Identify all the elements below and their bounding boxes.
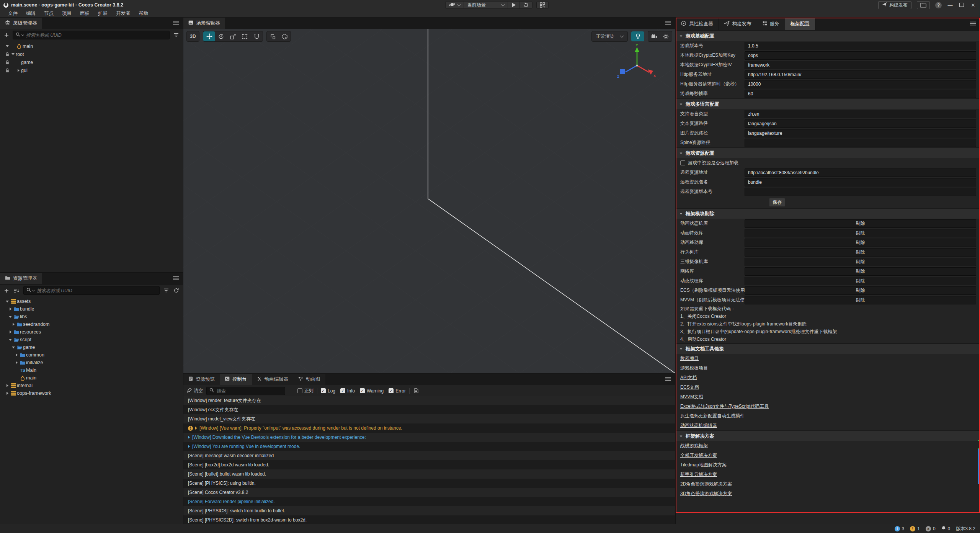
regex-checkbox[interactable]: 正则 xyxy=(297,387,314,394)
filter-warning[interactable]: ✓Warning xyxy=(360,388,384,394)
menu-item-6[interactable]: 开发者 xyxy=(112,10,135,17)
log-expand-arrow[interactable] xyxy=(188,444,190,449)
lighting-toggle-button[interactable] xyxy=(631,31,644,41)
assets-search-input[interactable] xyxy=(36,288,157,294)
section-header-2[interactable]: 游戏资源配置 xyxy=(676,147,980,158)
log-row-4[interactable]: [Window] Download the Vue Devtools exten… xyxy=(183,433,675,442)
filter-error[interactable]: ✓Error xyxy=(389,388,406,394)
expand-arrow[interactable] xyxy=(8,330,13,334)
menu-item-3[interactable]: 项目 xyxy=(58,10,76,17)
asset-node-initialize[interactable]: initialize xyxy=(0,359,183,366)
remove-module-button[interactable]: 剔除 xyxy=(745,239,976,247)
remove-module-button[interactable]: 剔除 xyxy=(745,229,976,237)
inspector-scrollbar[interactable] xyxy=(978,440,980,484)
asset-node-internal[interactable]: internal xyxy=(0,382,183,389)
remove-module-button[interactable]: 剔除 xyxy=(745,258,976,266)
remote-load-checkbox[interactable] xyxy=(680,160,685,165)
gizmo-settings-button[interactable] xyxy=(660,31,672,41)
hierarchy-panel-menu-button[interactable] xyxy=(169,18,183,29)
status-info-counter[interactable]: i 3 xyxy=(895,526,905,531)
asset-node-resources[interactable]: resources xyxy=(0,328,183,336)
inspector-panel-menu-button[interactable] xyxy=(966,18,980,30)
hierarchy-filter-button[interactable] xyxy=(172,32,180,38)
expand-arrow[interactable] xyxy=(4,45,10,47)
text-input[interactable]: 10000 xyxy=(745,80,976,88)
doc-link[interactable]: 战棋游戏框架 xyxy=(676,441,980,451)
asset-node-bundle[interactable]: bundle xyxy=(0,305,183,313)
remove-module-button[interactable]: 剔除 xyxy=(745,296,976,304)
asset-node-Main[interactable]: TSMain xyxy=(0,366,183,374)
move-tool-button[interactable] xyxy=(203,31,215,41)
menu-item-1[interactable]: 编辑 xyxy=(22,10,40,17)
expand-arrow[interactable] xyxy=(14,361,19,364)
inspector-tab-0[interactable]: 属性检查器 xyxy=(676,18,719,30)
log-expand-arrow[interactable] xyxy=(188,435,190,440)
console-tab-2[interactable]: 动画编辑器 xyxy=(252,374,294,385)
expand-arrow[interactable] xyxy=(14,353,19,356)
tree-node-main[interactable]: main xyxy=(0,42,183,50)
text-input[interactable] xyxy=(745,139,976,147)
rotate-tool-button[interactable] xyxy=(215,31,227,41)
console-clear-button[interactable]: 清空 xyxy=(187,387,203,394)
scene-select-dropdown[interactable]: 当前场景 xyxy=(464,2,508,8)
preview-qr-button[interactable] xyxy=(536,1,549,9)
tree-node-game[interactable]: game xyxy=(0,58,183,66)
assets-filter-button[interactable] xyxy=(162,288,170,293)
filter-checkbox[interactable]: ✓ xyxy=(340,388,345,393)
expand-arrow[interactable] xyxy=(5,392,10,395)
doc-link[interactable]: MVVM文档 xyxy=(676,392,980,402)
regex-checkbox-box[interactable] xyxy=(297,388,302,393)
scene-viewport[interactable]: 3D 正常渲染 xyxy=(183,29,675,373)
asset-node-main[interactable]: main xyxy=(0,374,183,382)
expand-arrow[interactable] xyxy=(11,323,16,326)
mode-3d-button[interactable]: 3D xyxy=(186,31,199,42)
assets-panel-menu-button[interactable] xyxy=(169,273,183,284)
log-row-13[interactable]: [Scene] [PHYSICS2D]: switch from box2d-w… xyxy=(183,515,675,524)
axis-gizmo[interactable]: Y X Z xyxy=(617,43,657,85)
remove-module-button[interactable]: 剔除 xyxy=(745,267,976,276)
rect-tool-button[interactable] xyxy=(239,31,251,41)
doc-link[interactable]: 游戏模板项目 xyxy=(676,363,980,373)
asset-node-oops-framework[interactable]: oops-framework xyxy=(0,389,183,397)
console-tab-3[interactable]: 动画图 xyxy=(293,374,325,385)
asset-node-libs[interactable]: libs xyxy=(0,313,183,320)
scene-panel-tab[interactable]: 场景编辑器 xyxy=(183,18,225,29)
doc-link[interactable]: 2D角色扮演游戏解决方案 xyxy=(676,479,980,489)
close-button[interactable]: ✕ xyxy=(970,2,976,8)
log-row-9[interactable]: [Scene] [PHYSICS]: using builtin. xyxy=(183,479,675,488)
menu-item-7[interactable]: 帮助 xyxy=(135,10,153,17)
remove-module-button[interactable]: 剔除 xyxy=(745,219,976,228)
asset-node-game[interactable]: game xyxy=(0,343,183,351)
text-input[interactable]: 1.0.5 xyxy=(745,42,976,50)
doc-link[interactable]: API文档 xyxy=(676,373,980,383)
text-input[interactable]: 60 xyxy=(745,90,976,98)
console-tab-1[interactable]: 控制台 xyxy=(220,374,252,385)
filter-checkbox[interactable]: ✓ xyxy=(321,388,326,393)
collapse-logs-button[interactable] xyxy=(413,387,420,394)
log-row-2[interactable]: [Window] model_view文件夹存在 xyxy=(183,414,675,423)
expand-arrow[interactable] xyxy=(8,307,13,311)
maximize-button[interactable] xyxy=(959,2,965,8)
status-error-counter[interactable]: × 0 xyxy=(926,526,936,531)
inspector-tab-2[interactable]: 服务 xyxy=(757,18,785,30)
tree-node-root[interactable]: root xyxy=(0,50,183,58)
expand-arrow[interactable] xyxy=(11,347,16,348)
filter-log[interactable]: ✓Log xyxy=(321,388,335,394)
asset-node-assets[interactable]: assets xyxy=(0,298,183,305)
text-input[interactable]: language/json xyxy=(745,119,976,128)
doc-link[interactable]: 原生包热更新配置自动生成插件 xyxy=(676,411,980,421)
expand-arrow[interactable] xyxy=(5,384,10,387)
assets-refresh-button[interactable] xyxy=(173,287,180,294)
doc-link[interactable]: 全栈开发解决方案 xyxy=(676,451,980,460)
expand-arrow[interactable] xyxy=(8,339,13,341)
expand-arrow[interactable] xyxy=(10,53,16,55)
anchor-tool-button[interactable] xyxy=(251,31,263,41)
console-search-input[interactable] xyxy=(216,388,282,394)
assets-sort-button[interactable] xyxy=(13,288,21,294)
console-panel-menu-button[interactable] xyxy=(661,374,675,385)
asset-node-seedrandom[interactable]: seedrandom xyxy=(0,320,183,328)
log-expand-arrow[interactable] xyxy=(195,425,197,431)
preview-target-dropdown[interactable] xyxy=(446,2,464,8)
save-button[interactable]: 保存 xyxy=(769,198,785,207)
reload-button[interactable] xyxy=(520,2,532,8)
